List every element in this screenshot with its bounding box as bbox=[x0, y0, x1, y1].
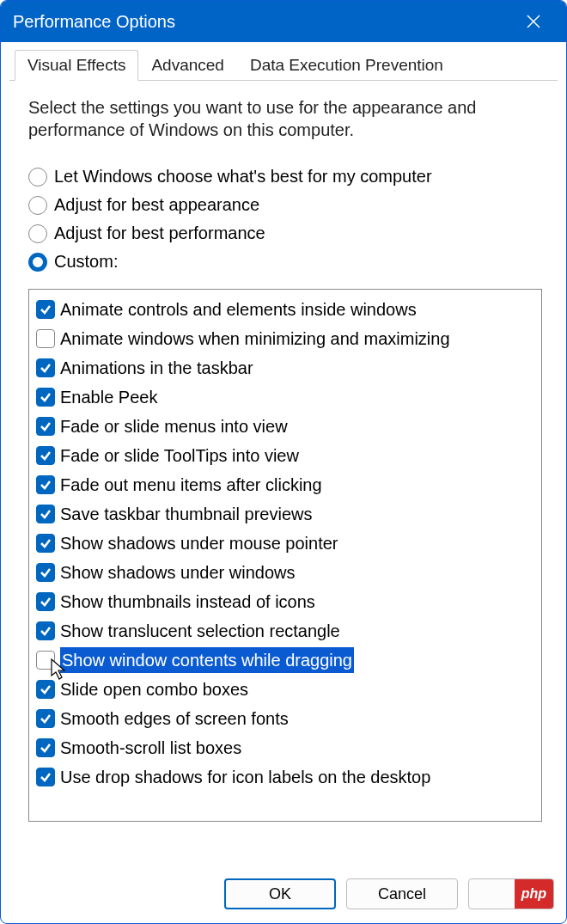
checkbox-label: Show thumbnails instead of icons bbox=[60, 589, 315, 615]
close-icon bbox=[526, 14, 541, 29]
radio-label: Let Windows choose what's best for my co… bbox=[54, 167, 432, 187]
list-item[interactable]: Show thumbnails instead of icons bbox=[36, 587, 541, 616]
checkbox-label: Animations in the taskbar bbox=[60, 355, 253, 381]
checkbox-label: Show window contents while dragging bbox=[60, 647, 354, 673]
window-title: Performance Options bbox=[13, 12, 175, 32]
radio-option[interactable]: Custom: bbox=[28, 252, 542, 272]
checkbox[interactable] bbox=[36, 651, 55, 670]
radio-icon bbox=[28, 196, 47, 215]
list-item[interactable]: Fade out menu items after clicking bbox=[36, 470, 541, 499]
list-item[interactable]: Slide open combo boxes bbox=[36, 675, 541, 704]
radio-option[interactable]: Adjust for best appearance bbox=[28, 195, 542, 215]
list-item[interactable]: Animate controls and elements inside win… bbox=[36, 295, 541, 324]
radio-label: Adjust for best appearance bbox=[54, 195, 259, 215]
dialog-button-row: OK Cancel php bbox=[1, 866, 566, 923]
list-item[interactable]: Fade or slide menus into view bbox=[36, 412, 541, 441]
checkbox[interactable] bbox=[36, 475, 55, 494]
checkbox-label: Animate controls and elements inside win… bbox=[60, 297, 417, 322]
client-area: Visual EffectsAdvancedData Execution Pre… bbox=[1, 42, 566, 866]
checkbox-label: Show translucent selection rectangle bbox=[60, 618, 340, 644]
list-item[interactable]: Animations in the taskbar bbox=[36, 353, 541, 382]
list-item[interactable]: Enable Peek bbox=[36, 382, 541, 412]
checkbox-label: Show shadows under windows bbox=[60, 560, 296, 585]
ok-button[interactable]: OK bbox=[224, 878, 336, 909]
checkbox[interactable] bbox=[36, 534, 55, 553]
radio-option[interactable]: Adjust for best performance bbox=[28, 223, 542, 243]
tab-visual-effects[interactable]: Visual Effects bbox=[15, 50, 138, 81]
list-item[interactable]: Show translucent selection rectangle bbox=[36, 616, 541, 646]
visual-effects-listbox[interactable]: Animate controls and elements inside win… bbox=[28, 289, 542, 822]
checkbox-label: Use drop shadows for icon labels on the … bbox=[60, 764, 430, 790]
tab-content-visual-effects: Select the settings you want to use for … bbox=[9, 81, 558, 866]
radio-icon bbox=[28, 253, 47, 272]
checkbox-label: Enable Peek bbox=[60, 384, 157, 410]
checkbox-label: Smooth edges of screen fonts bbox=[60, 706, 289, 731]
checkbox[interactable] bbox=[36, 446, 55, 465]
list-item[interactable]: Smooth-scroll list boxes bbox=[36, 733, 541, 762]
checkbox-label: Save taskbar thumbnail previews bbox=[60, 501, 312, 527]
checkbox[interactable] bbox=[36, 709, 55, 728]
description-text: Select the settings you want to use for … bbox=[28, 96, 542, 141]
checkbox-label: Show shadows under mouse pointer bbox=[60, 530, 338, 556]
checkbox[interactable] bbox=[36, 388, 55, 407]
list-item[interactable]: Smooth edges of screen fonts bbox=[36, 704, 541, 733]
checkbox-label: Animate windows when minimizing and maxi… bbox=[60, 326, 450, 352]
checkbox-label: Smooth-scroll list boxes bbox=[60, 735, 241, 761]
cancel-button[interactable]: Cancel bbox=[346, 878, 458, 909]
radio-label: Adjust for best performance bbox=[54, 223, 265, 243]
checkbox-label: Slide open combo boxes bbox=[60, 676, 248, 702]
checkbox[interactable] bbox=[36, 358, 55, 377]
list-item[interactable]: Show shadows under windows bbox=[36, 558, 541, 587]
checkbox[interactable] bbox=[36, 329, 55, 348]
dialog-window: Performance Options Visual EffectsAdvanc… bbox=[0, 0, 567, 924]
checkbox[interactable] bbox=[36, 768, 55, 786]
close-button[interactable] bbox=[513, 1, 554, 42]
radio-icon bbox=[28, 224, 47, 243]
list-item[interactable]: Use drop shadows for icon labels on the … bbox=[36, 762, 541, 792]
checkbox[interactable] bbox=[36, 621, 55, 640]
checkbox[interactable] bbox=[36, 563, 55, 582]
checkbox-label: Fade or slide ToolTips into view bbox=[60, 443, 299, 468]
checkbox[interactable] bbox=[36, 680, 55, 699]
list-item[interactable]: Save taskbar thumbnail previews bbox=[36, 499, 541, 529]
checkbox[interactable] bbox=[36, 300, 55, 319]
tab-advanced[interactable]: Advanced bbox=[138, 50, 237, 81]
list-item[interactable]: Fade or slide ToolTips into view bbox=[36, 441, 541, 470]
apply-button[interactable]: php bbox=[468, 878, 554, 909]
checkbox[interactable] bbox=[36, 738, 55, 757]
tab-strip: Visual EffectsAdvancedData Execution Pre… bbox=[9, 49, 558, 81]
radio-icon bbox=[28, 168, 47, 187]
radio-option[interactable]: Let Windows choose what's best for my co… bbox=[28, 167, 542, 187]
checkbox[interactable] bbox=[36, 592, 55, 611]
list-item[interactable]: Show window contents while dragging bbox=[36, 646, 541, 675]
watermark-overlay: php bbox=[515, 879, 553, 909]
checkbox-label: Fade or slide menus into view bbox=[60, 413, 288, 439]
tab-data-execution-prevention[interactable]: Data Execution Prevention bbox=[237, 50, 456, 81]
radio-label: Custom: bbox=[54, 252, 118, 272]
list-item[interactable]: Animate windows when minimizing and maxi… bbox=[36, 324, 541, 353]
checkbox[interactable] bbox=[36, 505, 55, 523]
titlebar: Performance Options bbox=[1, 1, 566, 42]
checkbox[interactable] bbox=[36, 417, 55, 436]
list-item[interactable]: Show shadows under mouse pointer bbox=[36, 529, 541, 558]
checkbox-label: Fade out menu items after clicking bbox=[60, 472, 322, 498]
